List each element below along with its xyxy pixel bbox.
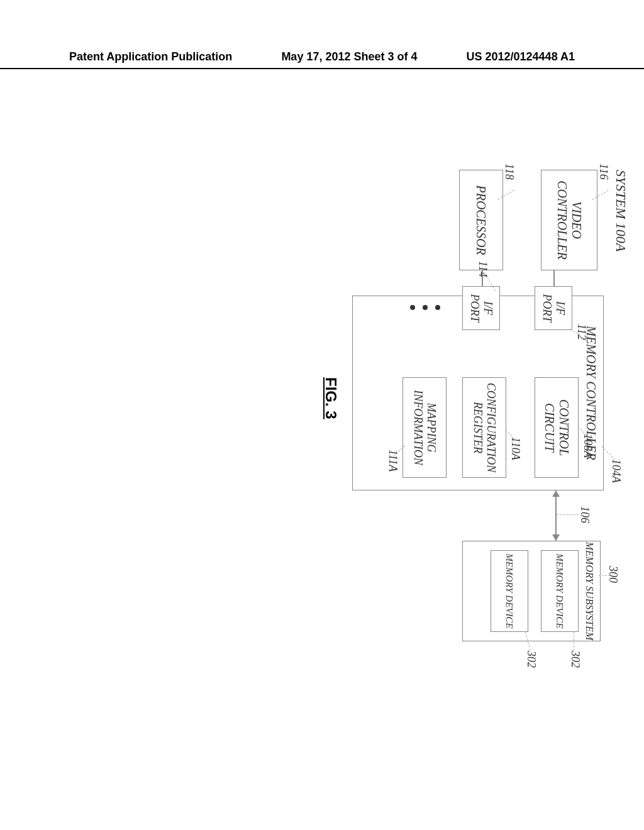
ref-302a: 302 (569, 651, 582, 668)
header-left: Patent Application Publication (69, 50, 232, 68)
ref-302b: 302 (525, 651, 538, 668)
system-label: SYSTEM 100A (613, 170, 629, 252)
ref-112: 112 (575, 324, 588, 340)
diagram: SYSTEM 100A VIDEO CONTROLLER 116 PROCESS… (19, 163, 629, 648)
if-port1-label: I/F PORT (540, 294, 567, 323)
memory-device1-label: MEMORY DEVICE (555, 553, 565, 628)
line-mc-mem (555, 490, 557, 541)
memory-device2-label: MEMORY DEVICE (504, 553, 515, 628)
config-register-label: CONFIGURATION REGISTER (471, 383, 497, 472)
if-port1-box: I/F PORT (535, 286, 572, 330)
ref-106: 106 (578, 506, 591, 523)
arrow-left (552, 490, 560, 497)
video-controller-box: VIDEO CONTROLLER (541, 170, 597, 270)
page-header: Patent Application Publication May 17, 2… (0, 50, 644, 69)
control-circuit-label: CONTROL CIRCUIT (542, 399, 571, 456)
figure-label: FIG. 3 (322, 377, 340, 419)
dot1 (435, 305, 440, 310)
mapping-info-box: MAPPING INFORMATION (402, 377, 447, 478)
ref-118: 118 (502, 163, 516, 180)
if-port2-label: I/F PORT (468, 294, 494, 323)
line-vc-ifp1 (553, 270, 555, 286)
control-circuit-box: CONTROL CIRCUIT (535, 377, 579, 478)
processor-box: PROCESSOR (459, 170, 503, 270)
leader-302a (574, 632, 574, 651)
memory-subsystem-box: MEMORY SUBSYSTEM (462, 541, 601, 641)
config-register-box: CONFIGURATION REGISTER (462, 377, 506, 478)
arrow-right (552, 534, 560, 541)
leader-106 (557, 514, 579, 515)
header-right: US 2012/0124448 A1 (467, 50, 575, 68)
memory-device2-box: MEMORY DEVICE (491, 550, 528, 632)
ref-300: 300 (606, 566, 619, 583)
ref-116: 116 (597, 163, 610, 180)
header-center: May 17, 2012 Sheet 3 of 4 (281, 50, 417, 68)
ref-104a: 104A (609, 459, 623, 483)
leader-300 (599, 575, 610, 576)
processor-label: PROCESSOR (474, 185, 489, 255)
line-proc-ifp2 (482, 270, 483, 286)
dot2 (423, 305, 428, 310)
video-controller-label: VIDEO CONTROLLER (555, 180, 584, 260)
if-port2-box: I/F PORT (462, 286, 500, 330)
memory-device1-box: MEMORY DEVICE (541, 550, 579, 632)
mapping-info-label: MAPPING INFORMATION (411, 390, 438, 465)
memory-subsystem-label: MEMORY SUBSYSTEM (584, 541, 595, 641)
dot3 (410, 305, 415, 310)
